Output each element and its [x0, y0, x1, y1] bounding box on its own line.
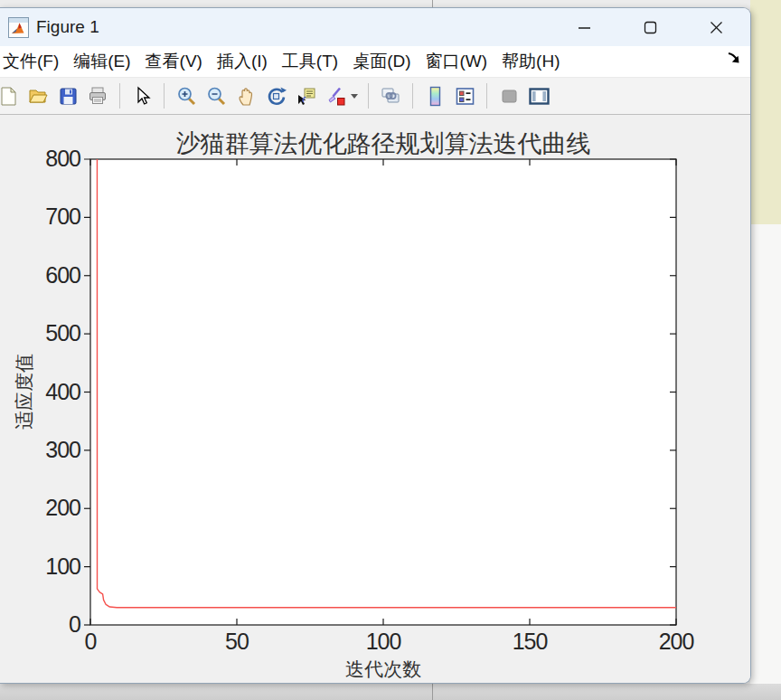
menu-item-insert[interactable]: 插入(I)	[210, 50, 275, 73]
close-icon	[710, 21, 723, 34]
y-axis-label: 适应度值	[14, 354, 35, 430]
show-plot-tools-icon	[528, 85, 550, 108]
new-document-icon	[0, 86, 19, 107]
rotate-3d-icon	[266, 86, 287, 107]
toolbar-separator	[486, 83, 487, 109]
titlebar[interactable]: Figure 1	[0, 8, 750, 46]
menu-item-help[interactable]: 帮助(H)	[494, 50, 567, 73]
iteration-curve-chart: 0501001502000100200300400500600700800沙猫群…	[0, 115, 751, 684]
zoom-out-icon	[206, 86, 227, 107]
open-folder-icon	[27, 85, 49, 107]
toolbar-separator	[368, 83, 369, 109]
y-tick-label: 100	[45, 553, 80, 579]
pointer-arrow-icon	[132, 86, 152, 106]
link-plot-button[interactable]	[379, 84, 402, 108]
y-tick-label: 300	[45, 437, 80, 462]
save-floppy-icon	[58, 86, 79, 107]
x-axis-label: 迭代次数	[345, 658, 421, 680]
toolbar-separator	[164, 83, 165, 109]
insert-legend-button[interactable]	[453, 84, 476, 108]
menubar: 文件(F) 编辑(E) 查看(V) 插入(I) 工具(T) 桌面(D) 窗口(W…	[0, 46, 750, 78]
menu-item-view[interactable]: 查看(V)	[138, 50, 210, 73]
chart-title: 沙猫群算法优化路径规划算法迭代曲线	[176, 129, 591, 157]
menu-item-window[interactable]: 窗口(W)	[419, 50, 495, 73]
brush-data-button[interactable]	[324, 84, 347, 108]
dock-figure-icon[interactable]	[726, 50, 742, 66]
brush-dropdown-caret[interactable]	[351, 94, 358, 99]
toolbar-separator	[412, 83, 413, 109]
matlab-logo-icon	[8, 17, 29, 38]
y-tick-label: 700	[45, 203, 80, 229]
print-figure-button[interactable]	[86, 84, 109, 108]
desktop-background-right-lower	[750, 224, 781, 684]
toolbar	[0, 78, 750, 115]
x-tick-label: 0	[85, 629, 97, 654]
x-tick-label: 150	[513, 629, 548, 654]
close-button[interactable]	[710, 21, 723, 34]
y-tick-label: 400	[45, 379, 80, 404]
x-tick-label: 100	[366, 629, 401, 654]
zoom-in-button[interactable]	[174, 84, 198, 108]
colorbar-icon	[425, 86, 446, 107]
menu-item-file[interactable]: 文件(F)	[2, 50, 66, 73]
desktop-background-bottom	[0, 684, 781, 700]
menu-item-desktop[interactable]: 桌面(D)	[345, 50, 418, 73]
printer-icon	[87, 85, 108, 107]
toolbar-separator	[119, 83, 120, 109]
insert-colorbar-button[interactable]	[423, 84, 447, 108]
desktop-background-right	[750, 0, 781, 224]
data-cursor-button[interactable]	[294, 84, 317, 108]
hand-icon	[236, 86, 257, 107]
rotate-3d-button[interactable]	[264, 84, 287, 108]
background-window-edge	[432, 0, 433, 7]
brush-icon	[325, 86, 346, 107]
y-tick-label: 600	[45, 262, 80, 288]
minimize-button[interactable]	[578, 21, 591, 34]
link-plot-icon	[380, 85, 401, 107]
legend-icon	[455, 86, 475, 107]
y-tick-label: 500	[45, 320, 80, 345]
plot-box	[90, 159, 676, 625]
open-file-button[interactable]	[26, 84, 50, 108]
edit-plot-button[interactable]	[130, 84, 154, 108]
x-tick-label: 200	[659, 629, 694, 654]
hide-plot-tools-button[interactable]	[497, 84, 521, 108]
show-plot-tools-button[interactable]	[527, 84, 550, 108]
maximize-button[interactable]	[644, 21, 657, 34]
menu-item-tools[interactable]: 工具(T)	[275, 50, 345, 73]
figure-canvas: 0501001502000100200300400500600700800沙猫群…	[0, 115, 750, 683]
window-controls	[578, 21, 750, 34]
background-window-edge	[432, 684, 433, 700]
data-cursor-icon	[296, 86, 316, 107]
minimize-icon	[578, 21, 591, 34]
hide-plot-tools-icon	[499, 86, 520, 107]
figure-window: Figure 1 文件(F) 编辑(E) 查看(V) 插入(I) 工具(T) 桌…	[0, 7, 751, 684]
window-title: Figure 1	[36, 17, 99, 37]
maximize-icon	[644, 21, 657, 34]
zoom-out-button[interactable]	[204, 84, 228, 108]
y-tick-label: 0	[69, 611, 80, 637]
pan-button[interactable]	[234, 84, 258, 108]
y-tick-label: 800	[45, 146, 80, 171]
zoom-in-icon	[176, 86, 197, 107]
save-figure-button[interactable]	[56, 84, 80, 108]
x-tick-label: 50	[225, 629, 249, 654]
menu-item-edit[interactable]: 编辑(E)	[66, 50, 137, 73]
y-tick-label: 200	[45, 495, 80, 520]
new-figure-button[interactable]	[0, 84, 20, 108]
